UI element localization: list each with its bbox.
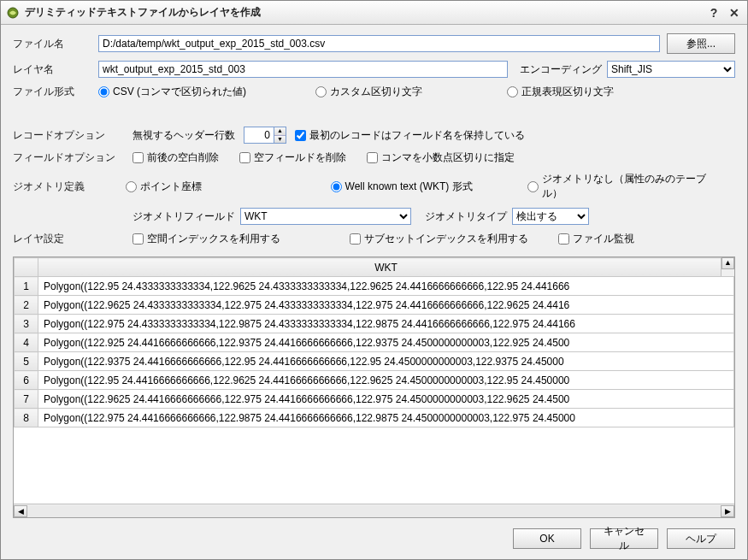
- spatial-index-check[interactable]: 空間インデックスを利用する: [133, 232, 329, 246]
- geom-none-radio[interactable]: ジオメトリなし（属性のみのテーブル）: [527, 172, 715, 201]
- geometry-def-label: ジオメトリ定義: [13, 180, 126, 194]
- geom-wkt-label: Well known text (WKT) 形式: [345, 180, 473, 194]
- table-row[interactable]: 8Polygon((122.975 24.4416666666666,122.9…: [15, 409, 734, 427]
- row-number: 3: [15, 315, 38, 333]
- decimal-comma-label: コンマを小数点区切りに指定: [381, 150, 515, 165]
- fileformat-regex-label: 正規表現区切り文字: [521, 85, 614, 99]
- row-number: 5: [15, 352, 38, 371]
- skip-header-label: 無視するヘッダー行数: [133, 128, 235, 143]
- fileformat-csv-label: CSV (コンマで区切られた値): [113, 85, 246, 99]
- fileformat-custom-label: カスタム区切り文字: [330, 85, 422, 99]
- spatial-index-label: 空間インデックスを利用する: [147, 232, 280, 246]
- encoding-select[interactable]: Shift_JIS: [607, 61, 735, 78]
- watch-file-check[interactable]: ファイル監視: [558, 232, 634, 246]
- table-corner: [15, 258, 38, 277]
- window-title: デリミティッドテキストファイルからレイヤを作成: [25, 5, 703, 20]
- browse-button[interactable]: 参照...: [667, 33, 735, 54]
- geom-point-radio[interactable]: ポイント座標: [126, 180, 310, 194]
- decimal-comma-check[interactable]: コンマを小数点区切りに指定: [367, 150, 515, 165]
- geom-type-select[interactable]: 検出する: [512, 208, 589, 225]
- filename-label: ファイル名: [13, 37, 98, 51]
- table-row[interactable]: 4Polygon((122.925 24.4416666666666,122.9…: [15, 333, 734, 352]
- wkt-cell: Polygon((122.9625 24.4416666666666,122.9…: [38, 390, 734, 409]
- fileformat-csv-radio[interactable]: CSV (コンマで区切られた値): [98, 85, 295, 99]
- dialog-content: ファイル名 参照... レイヤ名 エンコーディング Shift_JIS ファイル…: [1, 25, 747, 559]
- geom-type-label: ジオメトリタイプ: [425, 209, 507, 224]
- wkt-cell: Polygon((122.975 24.4333333333334,122.98…: [38, 315, 734, 333]
- first-record-names-check[interactable]: 最初のレコードはフィールド名を保持している: [295, 128, 525, 143]
- subset-index-label: サブセットインデックスを利用する: [364, 232, 528, 246]
- scroll-up-icon[interactable]: ▲: [721, 257, 734, 269]
- table-row[interactable]: 1Polygon((122.95 24.4333333333334,122.96…: [15, 277, 734, 296]
- watch-file-label: ファイル監視: [573, 232, 634, 246]
- wkt-cell: Polygon((122.975 24.4416666666666,122.98…: [38, 409, 734, 427]
- table-header-wkt[interactable]: WKT: [38, 258, 734, 277]
- filename-input[interactable]: [98, 35, 660, 52]
- subset-index-check[interactable]: サブセットインデックスを利用する: [350, 232, 538, 246]
- horizontal-scrollbar[interactable]: ◀ ▶: [14, 504, 734, 517]
- cancel-button[interactable]: キャンセル: [590, 528, 658, 549]
- fileformat-label: ファイル形式: [13, 85, 98, 99]
- skip-header-spinner[interactable]: ▲ ▼: [244, 127, 286, 144]
- table-row[interactable]: 5Polygon((122.9375 24.4416666666666,122.…: [15, 352, 734, 371]
- help-button[interactable]: ヘルプ: [667, 528, 735, 549]
- wkt-cell: Polygon((122.9375 24.4416666666666,122.9…: [38, 352, 734, 371]
- scroll-right-icon[interactable]: ▶: [721, 505, 734, 517]
- wkt-cell: Polygon((122.95 24.4416666666666,122.962…: [38, 371, 734, 390]
- geom-point-label: ポイント座標: [140, 180, 202, 194]
- skip-header-input[interactable]: [244, 127, 274, 144]
- wkt-cell: Polygon((122.9625 24.4333333333334,122.9…: [38, 296, 734, 315]
- row-number: 6: [15, 371, 38, 390]
- row-number: 2: [15, 296, 38, 315]
- geom-field-select[interactable]: WKT: [240, 208, 411, 225]
- wkt-cell: Polygon((122.925 24.4416666666666,122.93…: [38, 333, 734, 352]
- discard-empty-label: 空フィールドを削除: [254, 150, 346, 165]
- ok-button[interactable]: OK: [513, 528, 581, 549]
- trim-check[interactable]: 前後の空白削除: [133, 150, 219, 165]
- discard-empty-check[interactable]: 空フィールドを削除: [239, 150, 346, 165]
- geom-field-label: ジオメトリフィールド: [133, 209, 235, 224]
- preview-table: WKT 1Polygon((122.95 24.4333333333334,12…: [13, 256, 735, 518]
- geom-none-label: ジオメトリなし（属性のみのテーブル）: [542, 172, 715, 201]
- dialog-window: デリミティッドテキストファイルからレイヤを作成 ? ✕ ファイル名 参照... …: [0, 0, 748, 560]
- fileformat-custom-radio[interactable]: カスタム区切り文字: [315, 85, 486, 99]
- table-row[interactable]: 6Polygon((122.95 24.4416666666666,122.96…: [15, 371, 734, 390]
- fileformat-regex-radio[interactable]: 正規表現区切り文字: [507, 85, 614, 99]
- app-icon: [6, 6, 20, 20]
- spin-down-icon[interactable]: ▼: [274, 136, 286, 144]
- help-titlebar-button[interactable]: ?: [704, 4, 723, 21]
- close-titlebar-button[interactable]: ✕: [725, 4, 744, 21]
- row-number: 4: [15, 333, 38, 352]
- encoding-label: エンコーディング: [520, 62, 602, 77]
- geom-wkt-radio[interactable]: Well known text (WKT) 形式: [331, 180, 508, 194]
- scroll-left-icon[interactable]: ◀: [14, 505, 27, 517]
- layername-input[interactable]: [98, 61, 508, 78]
- row-number: 8: [15, 409, 38, 427]
- wkt-cell: Polygon((122.95 24.4333333333334,122.962…: [38, 277, 734, 296]
- titlebar: デリミティッドテキストファイルからレイヤを作成 ? ✕: [1, 1, 747, 25]
- trim-label: 前後の空白削除: [147, 150, 219, 165]
- field-options-label: フィールドオプション: [13, 150, 133, 165]
- first-record-names-label: 最初のレコードはフィールド名を保持している: [309, 128, 525, 143]
- table-row[interactable]: 3Polygon((122.975 24.4333333333334,122.9…: [15, 315, 734, 333]
- table-row[interactable]: 2Polygon((122.9625 24.4333333333334,122.…: [15, 296, 734, 315]
- layername-label: レイヤ名: [13, 62, 98, 77]
- table-row[interactable]: 7Polygon((122.9625 24.4416666666666,122.…: [15, 390, 734, 409]
- spin-up-icon[interactable]: ▲: [274, 127, 286, 136]
- layer-settings-label: レイヤ設定: [13, 232, 133, 246]
- record-options-label: レコードオプション: [13, 128, 133, 143]
- row-number: 7: [15, 390, 38, 409]
- row-number: 1: [15, 277, 38, 296]
